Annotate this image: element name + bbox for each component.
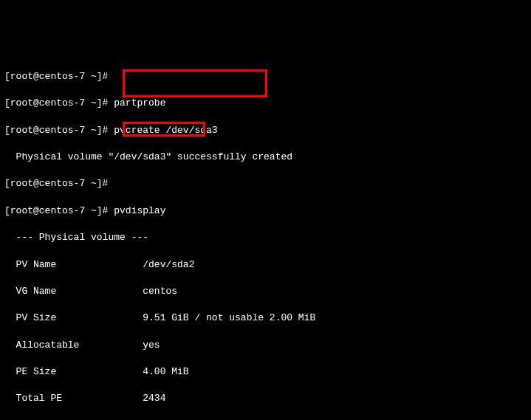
command-pvcreate: pvcreate /dev/sda3 [114,125,217,136]
command-pvdisplay: pvdisplay [114,205,165,216]
pv-name-row: PV Name /dev/sda2 [4,258,527,272]
prompt-line: [root@centos-7 ~]# [4,177,527,190]
total-pe-row: Total PE 2434 [4,392,527,405]
terminal-output: [root@centos-7 ~]# [root@centos-7 ~]# pa… [4,57,527,420]
command-partprobe: partprobe [114,97,165,109]
prompt: [root@centos-7 ~]# [4,125,114,136]
vg-name-row: VG Name centos [4,285,527,298]
output-line: --- Physical volume --- [4,231,527,244]
output-line: Physical volume "/dev/sda3" successfully… [4,151,527,164]
prompt-line: [root@centos-7 ~]# [4,70,527,83]
pv-size-row: PV Size 9.51 GiB / not usable 2.00 MiB [4,311,527,325]
command-line[interactable]: [root@centos-7 ~]# pvcreate /dev/sda3 [4,124,527,137]
command-line[interactable]: [root@centos-7 ~]# partprobe [4,97,527,110]
command-line[interactable]: [root@centos-7 ~]# pvdisplay [4,204,527,218]
allocatable-row: Allocatable yes [4,339,527,352]
prompt: [root@centos-7 ~]# [4,97,114,109]
prompt: [root@centos-7 ~]# [4,205,114,216]
pe-size-row: PE Size 4.00 MiB [4,365,527,379]
